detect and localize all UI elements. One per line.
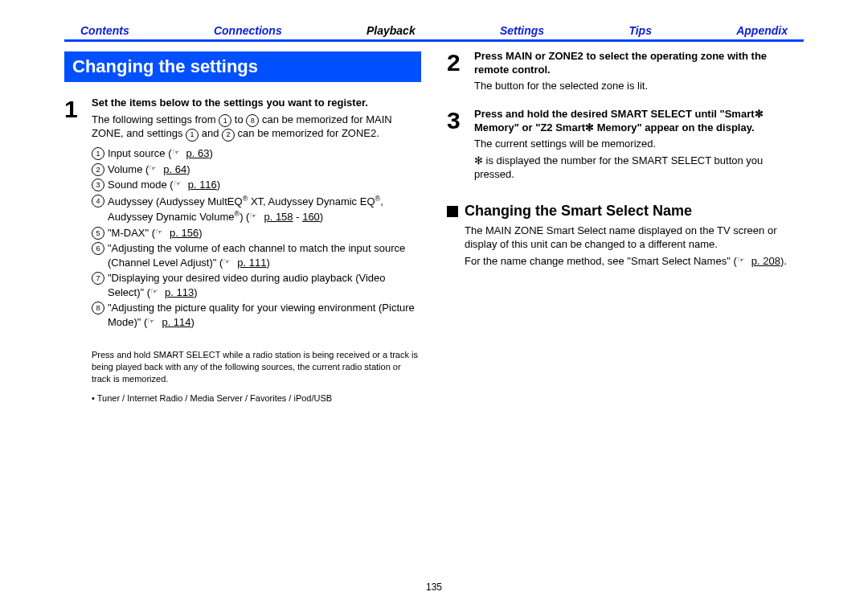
page-ref-icon xyxy=(155,228,168,236)
list-item: 7"Displaying your desired video during a… xyxy=(92,271,421,299)
page-link[interactable]: p. 64 xyxy=(163,163,186,175)
step-1-note: Press and hold SMART SELECT while a radi… xyxy=(92,343,421,405)
page-ref-icon xyxy=(223,258,235,266)
nav-playback[interactable]: Playback xyxy=(366,24,416,37)
page-ref-icon xyxy=(147,318,160,326)
page-link[interactable]: p. 111 xyxy=(237,257,266,269)
page-link[interactable]: 160 xyxy=(302,211,320,223)
sub-para-1: The MAIN ZONE Smart Select name displaye… xyxy=(465,224,804,252)
section-heading: Changing the settings xyxy=(64,51,421,82)
page-number: 135 xyxy=(0,581,868,593)
list-item: 6"Adjusting the volume of each channel t… xyxy=(92,241,421,269)
nav-tips[interactable]: Tips xyxy=(628,24,652,37)
sub-para-2: For the name change method, see "Smart S… xyxy=(465,255,804,269)
step-2-title: Press MAIN or ZONE2 to select the operat… xyxy=(474,50,804,76)
page-ref-icon xyxy=(174,180,186,188)
step-2-line: The button for the selected zone is lit. xyxy=(474,80,804,93)
step-1-followup: The following settings from 1 to 8 can b… xyxy=(92,113,421,142)
list-item: 5"M-DAX" (p. 156) xyxy=(92,226,421,240)
right-column: 2 Press MAIN or ZONE2 to select the oper… xyxy=(447,50,804,416)
page-link[interactable]: p. 156 xyxy=(170,227,199,239)
page-ref-icon xyxy=(172,149,185,157)
top-nav: Contents Connections Playback Settings T… xyxy=(64,24,804,37)
step-2-number: 2 xyxy=(447,50,465,97)
step-3-number: 3 xyxy=(447,108,465,185)
left-column: Changing the settings 1 Set the items be… xyxy=(64,50,421,416)
nav-settings[interactable]: Settings xyxy=(500,24,544,37)
step-3-line1: The current settings will be memorized. xyxy=(474,138,804,151)
page-ref-icon xyxy=(737,257,750,265)
list-item: 4Audyssey (Audyssey MultEQ® XT, Audyssey… xyxy=(92,194,421,224)
step-3-line2: ✻ is displayed the number for the SMART … xyxy=(474,154,804,182)
nav-rule xyxy=(64,39,804,42)
nav-contents[interactable]: Contents xyxy=(80,24,129,37)
subheading: Changing the Smart Select Name xyxy=(447,203,804,220)
list-item: 2Volume (p. 64) xyxy=(92,162,421,177)
page-ref-icon xyxy=(150,288,163,296)
step-1-title: Set the items below to the settings you … xyxy=(92,97,421,110)
subheading-title: Changing the Smart Select Name xyxy=(465,203,692,220)
step-1-number: 1 xyxy=(64,97,82,405)
page-link[interactable]: p. 63 xyxy=(186,147,210,159)
step-3: 3 Press and hold the desired SMART SELEC… xyxy=(447,108,804,185)
page-link[interactable]: p. 114 xyxy=(162,316,190,328)
page-ref-icon xyxy=(249,212,262,220)
square-bullet-icon xyxy=(447,206,458,217)
page-link[interactable]: p. 116 xyxy=(188,179,217,191)
page-ref-icon xyxy=(149,165,162,173)
list-item: 8"Adjusting the picture quality for your… xyxy=(92,301,421,329)
page-link[interactable]: p. 113 xyxy=(165,286,194,298)
step-1-list: 1Input source (p. 63) 2Volume (p. 64) 3S… xyxy=(92,146,421,329)
step-1: 1 Set the items below to the settings yo… xyxy=(64,97,421,405)
list-item: 3Sound mode (p. 116) xyxy=(92,178,421,192)
page-link[interactable]: p. 208 xyxy=(751,255,780,267)
list-item: 1Input source (p. 63) xyxy=(92,146,421,161)
page-link[interactable]: p. 158 xyxy=(264,211,293,223)
step-3-title: Press and hold the desired SMART SELECT … xyxy=(474,108,804,134)
step-2: 2 Press MAIN or ZONE2 to select the oper… xyxy=(447,50,804,97)
nav-appendix[interactable]: Appendix xyxy=(736,24,788,37)
nav-connections[interactable]: Connections xyxy=(214,24,282,37)
